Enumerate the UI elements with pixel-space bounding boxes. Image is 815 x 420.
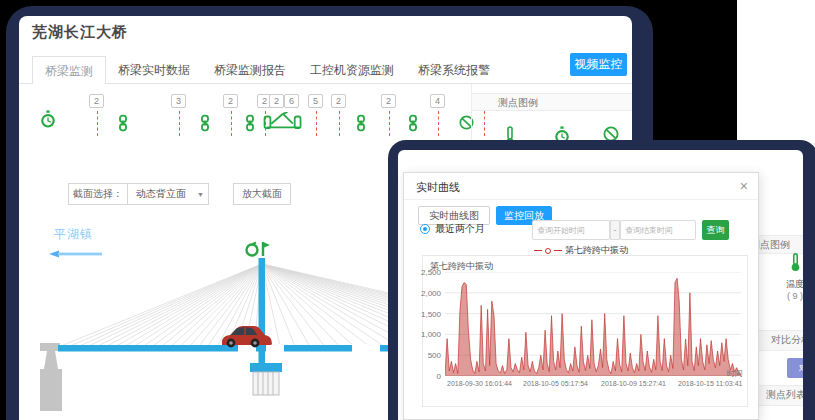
section-select-value: 动态背立面 xyxy=(136,188,186,199)
sensor-count-badge: 5 xyxy=(308,94,323,108)
main-tab-4[interactable]: 桥梁系统报警 xyxy=(406,56,502,84)
y-axis-label: 2,000 xyxy=(411,289,441,298)
dash-line xyxy=(231,111,232,136)
crane-icon xyxy=(263,112,303,134)
close-icon[interactable]: × xyxy=(740,177,748,195)
x-axis-label: 2018-09-30 16:01:44 xyxy=(447,380,512,387)
sensor-count-badge: 2 xyxy=(223,94,238,108)
sensor-count-badge: 2 xyxy=(381,94,396,108)
x-axis-label: 2018-10-15 11:03:41 xyxy=(678,380,742,387)
legend-panel-header: 测点图例 xyxy=(472,93,632,111)
dash-line xyxy=(316,111,317,136)
temperature-sensor-item[interactable]: 温度 ( 9 ) xyxy=(778,253,803,301)
bridge-pier-cap xyxy=(250,363,282,372)
modal-title: 实时曲线 xyxy=(416,180,460,195)
detail-window: 测点图例 温度 ( 9 ) 对比分析 对比分析 测点列表 实时曲线 × 实 xyxy=(398,150,803,420)
sensor-count-badge: 2 xyxy=(331,94,346,108)
sensor-count-badge: 4 xyxy=(430,94,445,108)
section-select-label: 截面选择： xyxy=(68,183,128,205)
y-axis-label: 2,500 xyxy=(411,268,441,277)
dash-line xyxy=(339,111,340,136)
modal-header: 实时曲线 × xyxy=(404,173,758,200)
query-end-time-input[interactable] xyxy=(620,220,696,240)
realtime-curve-modal: 实时曲线 × 实时曲线图 监控回放 最近两个月 - 查询 第七跨跨中振动 第七跨… xyxy=(403,172,759,420)
recent-two-months-radio[interactable] xyxy=(420,224,430,234)
thermometer-icon xyxy=(790,258,801,275)
legend-marker-line xyxy=(534,250,542,251)
bridge-abutment xyxy=(40,343,62,411)
y-axis-label: 0 xyxy=(411,372,441,381)
compare-analysis-button[interactable]: 对比分析 xyxy=(787,358,803,378)
sensor-count-badge: 2 xyxy=(89,94,104,108)
anemometer-icon xyxy=(247,242,271,256)
vibration-chart: 第七跨跨中振动 时间 05001,0001,5002,0002,5002018-… xyxy=(422,255,748,407)
sensor-count-badge: 6 xyxy=(284,94,299,108)
x-axis-label: 2018-10-05 05:17:54 xyxy=(523,380,588,387)
chevron-down-icon: ▼ xyxy=(197,184,204,206)
canvas: { "window": { "title": "芜湖长江大桥" }, "main… xyxy=(0,0,815,420)
query-start-time-input[interactable] xyxy=(532,220,610,240)
temperature-count: ( 9 ) xyxy=(778,291,803,301)
dash-line xyxy=(179,111,180,136)
dash-line xyxy=(389,111,390,136)
date-range-separator: - xyxy=(610,220,620,240)
chart-plot xyxy=(445,272,741,376)
video-monitor-button[interactable]: 视频监控 xyxy=(570,53,627,76)
sensor-count-badge: 2 xyxy=(269,94,284,108)
main-tab-3[interactable]: 工控机资源监测 xyxy=(298,56,406,84)
temperature-label: 温度 xyxy=(778,278,803,291)
enlarge-section-button[interactable]: 放大截面 xyxy=(233,183,291,205)
x-axis-label: 2018-10-09 15:27:41 xyxy=(601,380,666,387)
detail-window-frame: 测点图例 温度 ( 9 ) 对比分析 对比分析 测点列表 实时曲线 × 实 xyxy=(388,140,815,420)
bridge-piles xyxy=(253,372,279,395)
dash-line xyxy=(97,111,98,136)
y-axis-label: 1,500 xyxy=(411,310,441,319)
query-button[interactable]: 查询 xyxy=(702,220,729,240)
y-axis-label: 1,000 xyxy=(411,330,441,339)
main-tab-2[interactable]: 桥梁监测报告 xyxy=(202,56,298,84)
main-tab-1[interactable]: 桥梁实时数据 xyxy=(106,56,202,84)
section-select-dropdown[interactable]: 动态背立面 ▼ xyxy=(127,183,209,205)
x-axis-caption: 时间 xyxy=(727,368,743,379)
legend-panel-title: 测点图例 xyxy=(472,94,632,111)
main-tab-0[interactable]: 桥梁监测 xyxy=(32,56,106,84)
page-title: 芜湖长江大桥 xyxy=(32,23,128,42)
main-tab-bar: 桥梁监测桥梁实时数据桥梁监测报告工控机资源监测桥梁系统报警 xyxy=(32,56,502,84)
bridge-tower xyxy=(259,258,266,363)
dash-line xyxy=(438,111,439,136)
sensor-count-badge: 3 xyxy=(171,94,186,108)
legend-marker-circle xyxy=(545,248,551,254)
legend-marker-line xyxy=(554,250,562,251)
y-axis-label: 500 xyxy=(411,351,441,360)
recent-two-months-label: 最近两个月 xyxy=(435,222,485,236)
